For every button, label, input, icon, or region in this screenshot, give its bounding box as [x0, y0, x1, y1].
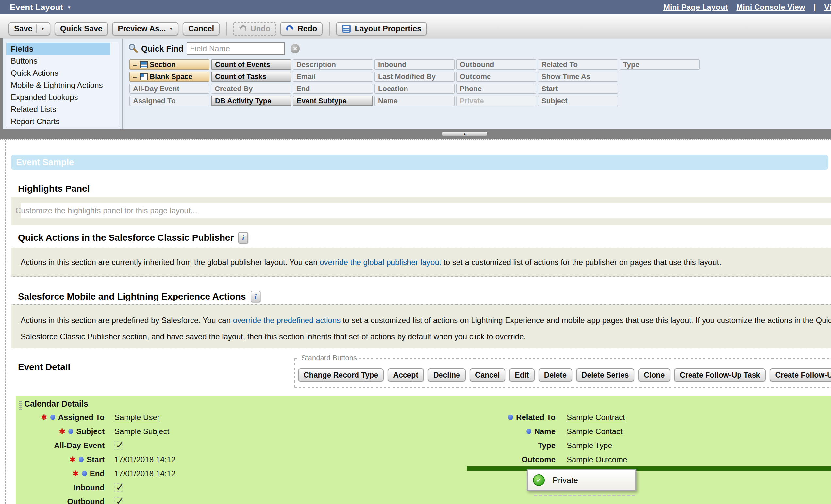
- field-label: Inbound: [20, 483, 105, 492]
- field-row-assigned-to[interactable]: ✱Assigned ToSample User: [20, 410, 175, 424]
- sidebar-item-report-charts[interactable]: Report Charts: [6, 115, 110, 127]
- palette-item-count-of-tasks[interactable]: Count of Tasks: [211, 71, 291, 82]
- field-sample-value: 17/01/2018 14:12: [114, 455, 175, 464]
- info-icon[interactable]: i: [238, 232, 248, 244]
- field-row-start[interactable]: ✱Start17/01/2018 14:12: [20, 452, 175, 467]
- palette-item-type: Type: [620, 59, 699, 69]
- mini-console-view-link[interactable]: Mini Console View: [736, 3, 805, 12]
- palette-item-blank-space[interactable]: →Blank Space: [130, 71, 209, 82]
- calendar-fields-right-column: Related ToSample ContractNameSample Cont…: [454, 410, 627, 467]
- field-row-outbound[interactable]: Outbound✓: [20, 495, 175, 504]
- quick-save-button[interactable]: Quick Save: [55, 22, 108, 36]
- palette-item-section[interactable]: →Section: [130, 59, 209, 69]
- layout-title-menu[interactable]: Event Layout ▼: [10, 0, 71, 14]
- sidebar-item-quick-actions[interactable]: Quick Actions: [6, 67, 110, 79]
- required-icon: ✱: [59, 427, 65, 436]
- standard-button-delete[interactable]: Delete: [539, 368, 572, 382]
- field-row-related-to[interactable]: Related ToSample Contract: [454, 410, 627, 424]
- layout-properties-button[interactable]: Layout Properties: [336, 22, 427, 36]
- calendar-details-title: Calendar Details: [24, 399, 88, 409]
- quick-find-input[interactable]: [187, 42, 285, 55]
- cancel-button[interactable]: Cancel: [183, 22, 220, 36]
- collapse-palette-handle[interactable]: ▲: [442, 131, 488, 136]
- sidebar-item-mobile-lightning-actions[interactable]: Mobile & Lightning Actions: [6, 79, 110, 91]
- quick-find-label: Quick Find: [141, 44, 183, 54]
- standard-button-cancel[interactable]: Cancel: [469, 368, 505, 382]
- field-indicator-icon: [82, 471, 87, 476]
- palette-item-label: Last Modified By: [378, 72, 436, 81]
- field-label: Type: [454, 441, 555, 450]
- field-name: Assigned To: [58, 413, 105, 422]
- palette-item-label: Section: [150, 60, 175, 69]
- collapse-up-icon: ▲: [463, 132, 467, 136]
- preview-as-button[interactable]: Preview As... ▼: [112, 22, 178, 36]
- green-check-icon: ✓: [533, 474, 545, 486]
- palette-item-label: Assigned To: [133, 97, 175, 105]
- palette-item-label: Type: [623, 60, 639, 69]
- save-button[interactable]: Save ▼: [8, 22, 50, 36]
- field-indicator-icon: [68, 428, 73, 434]
- clear-search-icon[interactable]: ✕: [290, 44, 300, 53]
- standard-button-delete-series[interactable]: Delete Series: [576, 368, 634, 382]
- field-name: Outbound: [67, 497, 105, 504]
- field-row-all-day-event[interactable]: All-Day Event✓: [20, 438, 175, 452]
- override-predefined-actions-link[interactable]: override the predefined actions: [233, 316, 341, 325]
- standard-button-accept[interactable]: Accept: [388, 368, 424, 382]
- checkmark-icon: ✓: [116, 481, 124, 493]
- required-icon: ✱: [41, 414, 47, 421]
- field-indicator-icon: [79, 457, 84, 462]
- video-tutorial-link[interactable]: Video Tutorial: [824, 3, 831, 12]
- sidebar-item-buttons[interactable]: Buttons: [6, 55, 110, 67]
- field-row-inbound[interactable]: Inbound✓: [20, 480, 175, 495]
- sidebar-item-fields[interactable]: Fields: [6, 43, 110, 55]
- field-row-outcome[interactable]: OutcomeSample Outcome: [454, 452, 627, 467]
- palette-item-label: Inbound: [378, 60, 406, 69]
- field-row-end[interactable]: ✱End17/01/2018 14:12: [20, 467, 175, 480]
- redo-button[interactable]: Redo: [280, 22, 322, 36]
- standard-button-edit[interactable]: Edit: [509, 368, 534, 382]
- palette-item-private: Private: [456, 96, 536, 106]
- override-global-publisher-link[interactable]: override the global publisher layout: [320, 258, 441, 267]
- field-sample-value: Sample Type: [567, 441, 612, 450]
- field-sample-value: 17/01/2018 14:12: [114, 469, 175, 478]
- info-icon[interactable]: i: [251, 291, 260, 302]
- palette-item-label: Count of Tasks: [215, 72, 266, 81]
- mini-page-layout-link[interactable]: Mini Page Layout: [663, 3, 728, 12]
- undo-icon: [238, 25, 247, 33]
- palette-item-event-subtype[interactable]: Event Subtype: [293, 96, 373, 106]
- field-row-subject[interactable]: ✱SubjectSample Subject: [20, 424, 175, 438]
- field-row-name[interactable]: NameSample Contact: [454, 424, 627, 438]
- field-sample-value: Sample Subject: [114, 427, 169, 436]
- field-name: Inbound: [74, 483, 105, 492]
- palette-item-related-to: Related To: [538, 59, 618, 69]
- palette-item-inbound: Inbound: [374, 59, 455, 69]
- standard-button-create-follow-up-task[interactable]: Create Follow-Up Task: [674, 368, 766, 382]
- sidebar-item-expanded-lookups[interactable]: Expanded Lookups: [6, 91, 110, 103]
- palette-item-db-activity-type[interactable]: DB Activity Type: [211, 96, 291, 106]
- field-label: ✱Start: [20, 455, 105, 464]
- palette-column: →Section→Blank SpaceAll-Day EventAssigne…: [130, 59, 209, 106]
- palette-item-label: Outbound: [460, 60, 494, 69]
- drag-grip-icon[interactable]: [19, 401, 22, 411]
- palette-item-label: Outcome: [460, 72, 491, 81]
- field-sample-value: Sample Contact: [567, 427, 623, 436]
- sidebar-item-related-lists[interactable]: Related Lists: [6, 103, 110, 115]
- mobile-lightning-actions-section: Actions in this section are predefined b…: [11, 304, 831, 348]
- palette-item-label: DB Activity Type: [215, 97, 271, 105]
- checkbox-checked: ✓: [114, 498, 123, 504]
- palette-item-last-modified-by: Last Modified By: [374, 71, 455, 82]
- standard-button-change-record-type[interactable]: Change Record Type: [298, 368, 384, 382]
- toolbar-separator: [226, 22, 227, 36]
- palette-item-count-of-events[interactable]: Count of Events: [211, 59, 291, 69]
- palette-item-label: Event Subtype: [297, 97, 347, 105]
- standard-button-create-follow-up-event[interactable]: Create Follow-Up Event: [770, 368, 831, 382]
- save-dropdown-icon[interactable]: ▼: [41, 27, 45, 31]
- palette-item-email: Email: [293, 71, 373, 82]
- dragged-field-private[interactable]: ✓ Private: [527, 469, 636, 491]
- field-row-type[interactable]: TypeSample Type: [454, 438, 627, 452]
- toolbar: Save ▼ Quick Save Preview As... ▼ Cancel…: [0, 14, 831, 38]
- standard-button-decline[interactable]: Decline: [428, 368, 466, 382]
- standard-button-clone[interactable]: Clone: [638, 368, 670, 382]
- palette-item-created-by: Created By: [211, 84, 291, 94]
- undo-button[interactable]: Undo: [233, 22, 276, 36]
